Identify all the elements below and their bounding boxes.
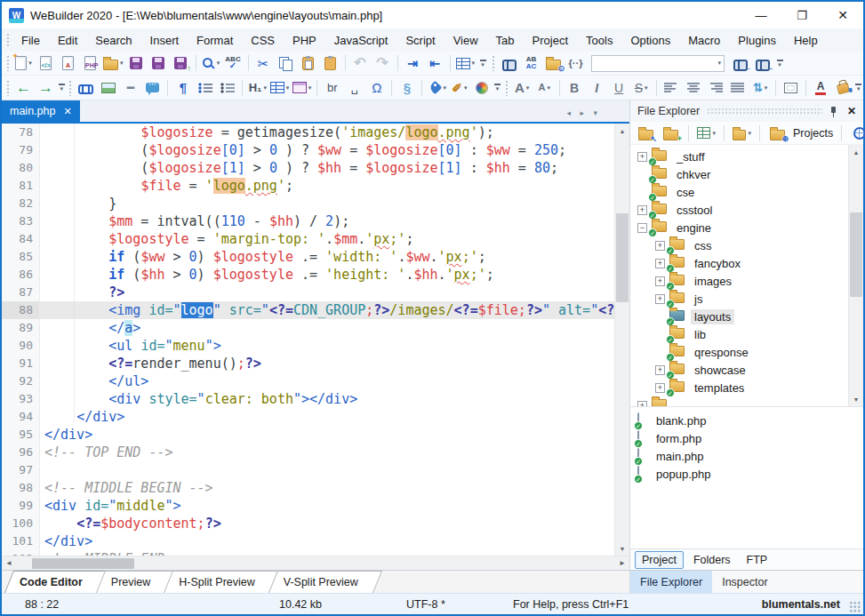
- horizontal-rule-icon[interactable]: ━: [119, 77, 141, 98]
- find-previous-icon[interactable]: ←: [729, 53, 751, 74]
- indent-icon[interactable]: ⇥: [402, 53, 424, 74]
- code-line[interactable]: 83 $mm = intval((110 - $hh) / 2);: [2, 212, 614, 230]
- quick-search-icon[interactable]: ▾: [200, 53, 222, 74]
- tree-item-csstool[interactable]: +✓csstool: [630, 201, 863, 219]
- expander-icon[interactable]: +: [655, 259, 665, 268]
- font-color-icon[interactable]: A: [810, 77, 832, 98]
- toolbar-overflow-icon[interactable]: ▾: [774, 54, 785, 72]
- view-style-icon[interactable]: ▾: [695, 123, 717, 143]
- line-break-icon[interactable]: br: [321, 77, 343, 98]
- projects-label[interactable]: Projects: [793, 127, 833, 140]
- save-all-icon[interactable]: [148, 53, 170, 74]
- tree-item-showcase[interactable]: +✓showcase: [630, 361, 863, 379]
- menu-edit[interactable]: Edit: [49, 30, 86, 51]
- tab-scroll-arrows[interactable]: ◂ ▸ ▾: [566, 108, 601, 117]
- clipboard-icon[interactable]: [319, 53, 341, 74]
- code-line[interactable]: 101</div>: [2, 532, 614, 550]
- code-line[interactable]: 85 if ($ww > 0) $logostyle .= 'width: '.…: [2, 248, 614, 266]
- color-picker-icon[interactable]: [470, 77, 493, 98]
- scrollbar-track[interactable]: [615, 138, 629, 541]
- code-area[interactable]: 78 $logosize = getimagesize('images/logo…: [2, 124, 614, 556]
- scroll-up-icon[interactable]: ▲: [849, 145, 863, 159]
- menu-insert[interactable]: Insert: [141, 30, 188, 51]
- format-painter-icon[interactable]: ✐▾: [448, 77, 470, 98]
- redo-icon[interactable]: ↷: [372, 53, 394, 74]
- code-line[interactable]: 88 <img id="logo" src="<?=CDN_GROUP;?>/i…: [2, 301, 614, 319]
- menu-format[interactable]: Format: [188, 30, 242, 51]
- forward-icon[interactable]: →: [35, 77, 57, 98]
- code-line[interactable]: 78 $logosize = getimagesize('images/logo…: [2, 124, 614, 141]
- code-line[interactable]: 93 <div style="clear: both"></div>: [2, 390, 614, 408]
- file-item-main-php[interactable]: ✓main.php: [630, 447, 863, 465]
- search-combobox[interactable]: ▾: [587, 53, 729, 74]
- code-line[interactable]: 91 <?=render_menu();?>: [2, 355, 614, 372]
- menu-help[interactable]: Help: [785, 30, 827, 51]
- toolbar-overflow-icon[interactable]: ▾: [477, 54, 488, 72]
- fill-color-icon[interactable]: [832, 77, 854, 98]
- code-line[interactable]: 81 $file = 'logo.png';: [2, 177, 614, 195]
- editor-vertical-scrollbar[interactable]: ▲ ▼: [614, 124, 629, 556]
- file-item-form-php[interactable]: ✓form.php: [630, 429, 863, 447]
- back-icon[interactable]: ←: [12, 77, 35, 98]
- minimize-button[interactable]: —: [741, 2, 781, 28]
- tree-item-qresponse[interactable]: ✓qresponse: [630, 343, 863, 361]
- ordered-list-icon[interactable]: [216, 77, 238, 98]
- panel-drag-texture[interactable]: [707, 108, 822, 115]
- open-file-icon[interactable]: ▾: [101, 53, 125, 74]
- expander-icon[interactable]: +: [637, 205, 647, 215]
- outdent-icon[interactable]: ⇤: [424, 53, 446, 74]
- menu-css[interactable]: CSS: [242, 30, 284, 51]
- tab-close-icon[interactable]: ✕: [63, 106, 71, 117]
- align-left-icon[interactable]: [661, 77, 683, 98]
- spell-check-icon[interactable]: ABC✓: [222, 53, 244, 74]
- expander-icon[interactable]: +: [655, 383, 665, 393]
- tree-item-layouts[interactable]: ✓layouts: [630, 308, 863, 325]
- code-line[interactable]: 98<!-- MIDDLE BEGIN -->: [2, 479, 614, 497]
- save-upload-icon[interactable]: ↑: [170, 53, 192, 74]
- tree-item-templates[interactable]: +✓templates: [630, 379, 863, 396]
- tree-item-js[interactable]: +✓js: [630, 290, 863, 308]
- panel-tab-folders[interactable]: Folders: [687, 552, 737, 568]
- code-line[interactable]: 100 <?=$bodycontent;?>: [2, 515, 614, 532]
- heading-icon[interactable]: H₁▾: [246, 77, 268, 98]
- new-document-icon[interactable]: ✦▾: [12, 53, 35, 74]
- menu-file[interactable]: File: [12, 30, 49, 51]
- expander-icon[interactable]: +: [655, 241, 665, 251]
- menu-options[interactable]: Options: [621, 30, 679, 51]
- script-icon[interactable]: §: [396, 77, 418, 98]
- copy-icon[interactable]: [275, 53, 297, 74]
- toolbar-overflow-icon[interactable]: ▾: [58, 79, 65, 97]
- menu-search[interactable]: Search: [86, 30, 140, 51]
- increase-font-icon[interactable]: A▾: [511, 77, 533, 98]
- find-next-icon[interactable]: →: [751, 53, 773, 74]
- scrollbar-thumb[interactable]: [850, 212, 862, 297]
- form-icon[interactable]: ▾: [291, 77, 313, 98]
- expander-icon[interactable]: +: [655, 365, 665, 375]
- code-line[interactable]: 90 <ul id="menu">: [2, 337, 614, 355]
- nbsp-icon[interactable]: ␣: [343, 77, 365, 98]
- editor-horizontal-scrollbar[interactable]: ◄ ►: [2, 556, 629, 570]
- expander-icon[interactable]: −: [637, 223, 647, 233]
- menu-macro[interactable]: Macro: [679, 30, 729, 51]
- text-box-icon[interactable]: [780, 77, 802, 98]
- close-button[interactable]: ✕: [822, 2, 863, 28]
- code-line[interactable]: 86 if ($hh > 0) $logostyle .= 'height: '…: [2, 266, 614, 284]
- tree-item[interactable]: +✓: [630, 396, 863, 406]
- folder-menu-icon[interactable]: ▾: [731, 123, 753, 143]
- scroll-down-icon[interactable]: ▼: [615, 541, 629, 556]
- menu-tab[interactable]: Tab: [487, 30, 524, 51]
- line-spacing-icon[interactable]: ⇅▾: [749, 77, 772, 98]
- code-line[interactable]: 96<!-- TOP END -->: [2, 444, 614, 461]
- code-line[interactable]: 80 ($logosize[1] > 0 ) ? $hh = $logosize…: [2, 159, 614, 177]
- expander-icon[interactable]: +: [655, 294, 665, 304]
- link-icon[interactable]: [75, 77, 97, 98]
- toolbar-overflow-icon[interactable]: ▾: [493, 79, 501, 97]
- paragraph-icon[interactable]: ¶: [172, 77, 194, 98]
- menu-project[interactable]: Project: [524, 30, 577, 51]
- replace-icon[interactable]: ABAC: [520, 53, 542, 74]
- expander-icon[interactable]: +: [637, 152, 647, 162]
- add-folder-icon[interactable]: +: [660, 123, 682, 143]
- new-php-document-icon[interactable]: PHP: [79, 53, 101, 74]
- menu-tools[interactable]: Tools: [577, 30, 621, 51]
- special-char-icon[interactable]: Ω: [365, 77, 388, 98]
